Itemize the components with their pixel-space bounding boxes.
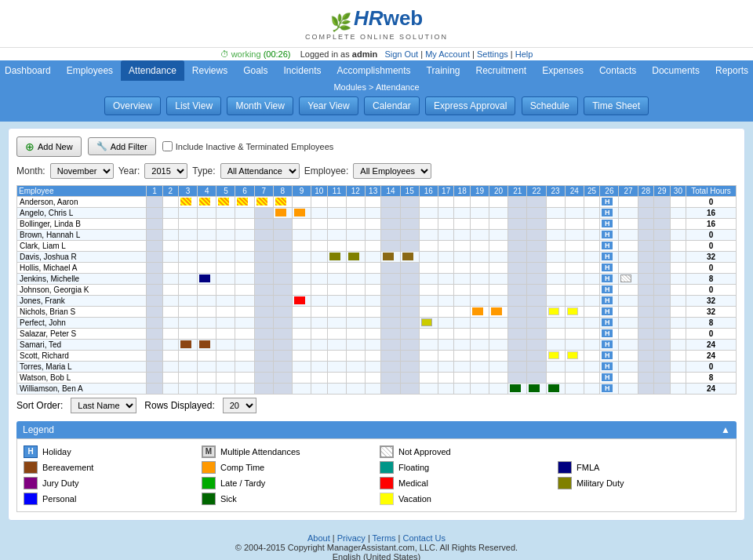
day-15[interactable]	[400, 262, 419, 273]
day-16[interactable]	[419, 273, 438, 284]
day-25[interactable]	[584, 328, 600, 339]
day-5[interactable]	[216, 317, 235, 328]
day-24[interactable]	[565, 317, 584, 328]
day-30[interactable]	[670, 295, 686, 306]
day-20[interactable]	[489, 251, 508, 262]
day-29[interactable]	[654, 339, 671, 350]
day-1[interactable]	[147, 306, 162, 317]
day-11[interactable]	[327, 295, 346, 306]
overview-button[interactable]: Overview	[104, 96, 161, 115]
day-16[interactable]	[419, 295, 438, 306]
day-3[interactable]	[179, 207, 198, 218]
day-15[interactable]	[400, 229, 419, 240]
day-19[interactable]	[470, 207, 489, 218]
day-19[interactable]	[470, 251, 489, 262]
day-20[interactable]	[489, 218, 508, 229]
day-13[interactable]	[365, 240, 381, 251]
day-10[interactable]	[311, 218, 328, 229]
day-2[interactable]	[162, 262, 178, 273]
day-4[interactable]	[198, 273, 216, 284]
day-27[interactable]	[619, 218, 638, 229]
day-27[interactable]	[619, 306, 638, 317]
day-6[interactable]	[235, 207, 254, 218]
about-link[interactable]: About	[307, 533, 330, 543]
day-7[interactable]	[254, 229, 273, 240]
day-3[interactable]	[179, 229, 198, 240]
day-10[interactable]	[311, 262, 328, 273]
day-4[interactable]	[198, 251, 216, 262]
day-28[interactable]	[638, 284, 654, 295]
day-21[interactable]	[508, 273, 527, 284]
day-24[interactable]	[565, 207, 584, 218]
day-17[interactable]	[438, 372, 454, 383]
day-16[interactable]	[419, 240, 438, 251]
day-19[interactable]	[470, 295, 489, 306]
day-22[interactable]	[527, 295, 546, 306]
day-3[interactable]	[179, 339, 198, 350]
day-17[interactable]	[438, 273, 454, 284]
day-18[interactable]	[454, 339, 471, 350]
day-9[interactable]	[292, 284, 311, 295]
breadcrumb-modules[interactable]: Modules	[333, 82, 366, 92]
day-17[interactable]	[438, 240, 454, 251]
day-30[interactable]	[670, 207, 686, 218]
day-4[interactable]	[198, 207, 216, 218]
day-6[interactable]	[235, 229, 254, 240]
day-29[interactable]	[654, 372, 671, 383]
day-20[interactable]	[489, 306, 508, 317]
nav-documents[interactable]: Documents	[644, 60, 708, 81]
day-4[interactable]	[198, 229, 216, 240]
day-3[interactable]	[179, 196, 198, 207]
day-2[interactable]	[162, 317, 178, 328]
day-17[interactable]	[438, 383, 454, 394]
day-12[interactable]	[346, 218, 365, 229]
day-7[interactable]	[254, 196, 273, 207]
day-25[interactable]	[584, 361, 600, 372]
day-9[interactable]	[292, 295, 311, 306]
day-21[interactable]	[508, 372, 527, 383]
day-4[interactable]	[198, 218, 216, 229]
day-8[interactable]	[273, 350, 292, 361]
day-16[interactable]	[419, 207, 438, 218]
day-3[interactable]	[179, 284, 198, 295]
day-30[interactable]	[670, 383, 686, 394]
day-10[interactable]	[311, 361, 328, 372]
day-6[interactable]	[235, 240, 254, 251]
day-4[interactable]	[198, 295, 216, 306]
day-9[interactable]	[292, 306, 311, 317]
day-25[interactable]	[584, 273, 600, 284]
day-14[interactable]	[381, 218, 400, 229]
day-24[interactable]	[565, 295, 584, 306]
day-25[interactable]	[584, 229, 600, 240]
day-27[interactable]	[619, 251, 638, 262]
day-16[interactable]	[419, 306, 438, 317]
day-19[interactable]	[470, 361, 489, 372]
day-23[interactable]	[546, 350, 565, 361]
day-22[interactable]	[527, 317, 546, 328]
day-4[interactable]	[198, 350, 216, 361]
day-10[interactable]	[311, 372, 328, 383]
help-link[interactable]: Help	[515, 49, 533, 59]
day-17[interactable]	[438, 196, 454, 207]
day-29[interactable]	[654, 196, 671, 207]
day-9[interactable]	[292, 273, 311, 284]
day-24[interactable]	[565, 218, 584, 229]
day-21[interactable]	[508, 361, 527, 372]
day-22[interactable]	[527, 273, 546, 284]
day-14[interactable]	[381, 350, 400, 361]
day-6[interactable]	[235, 317, 254, 328]
day-20[interactable]	[489, 361, 508, 372]
day-15[interactable]	[400, 317, 419, 328]
day-10[interactable]	[311, 317, 328, 328]
add-new-button[interactable]: ⊕ Add New	[16, 136, 82, 157]
add-filter-button[interactable]: 🔧 Add Filter	[88, 137, 156, 155]
day-20[interactable]	[489, 196, 508, 207]
day-12[interactable]	[346, 295, 365, 306]
day-7[interactable]	[254, 350, 273, 361]
day-20[interactable]	[489, 383, 508, 394]
day-26[interactable]: H	[600, 251, 619, 262]
day-15[interactable]	[400, 306, 419, 317]
terms-link[interactable]: Terms	[373, 533, 396, 543]
day-16[interactable]	[419, 350, 438, 361]
day-7[interactable]	[254, 317, 273, 328]
